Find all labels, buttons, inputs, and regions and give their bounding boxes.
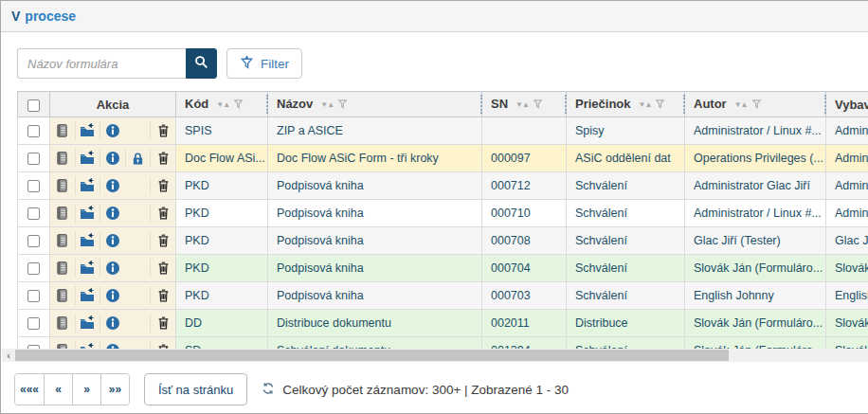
code-cell[interactable]: SPIS xyxy=(176,117,268,145)
code-cell[interactable]: PKD xyxy=(176,227,268,255)
code-cell[interactable]: PKD xyxy=(176,200,268,227)
delete-icon[interactable] xyxy=(150,204,175,223)
name-cell[interactable]: Podpisová kniha xyxy=(268,172,482,200)
folder-cell: Schválení xyxy=(567,282,685,310)
column-filter-icon[interactable] xyxy=(655,99,665,113)
select-all-checkbox[interactable] xyxy=(27,99,40,112)
open-folder-icon[interactable] xyxy=(75,314,100,333)
row-checkbox[interactable] xyxy=(27,317,40,330)
goto-page-button[interactable]: Ísť na stránku xyxy=(144,373,247,405)
delete-icon[interactable] xyxy=(150,231,175,250)
column-header-nazov[interactable]: Názov▼▲ xyxy=(268,92,482,117)
search-button[interactable] xyxy=(186,48,217,79)
open-folder-icon[interactable] xyxy=(75,176,100,195)
scroll-left-arrow-icon[interactable]: ‹ xyxy=(2,349,15,362)
delete-icon[interactable] xyxy=(150,176,175,195)
last-page-button[interactable]: »» xyxy=(100,374,129,405)
form-icon[interactable] xyxy=(50,341,75,349)
open-folder-icon[interactable] xyxy=(75,341,100,349)
delete-icon[interactable] xyxy=(150,286,175,305)
info-icon[interactable] xyxy=(99,286,125,305)
form-icon[interactable] xyxy=(50,231,75,250)
info-icon[interactable] xyxy=(99,314,125,333)
open-folder-icon[interactable] xyxy=(75,286,100,305)
row-checkbox[interactable] xyxy=(27,290,40,302)
row-checkbox[interactable] xyxy=(27,153,40,165)
sort-icons[interactable]: ▼▲ xyxy=(320,100,334,109)
sort-icons[interactable]: ▼▲ xyxy=(734,100,748,109)
form-icon[interactable] xyxy=(50,314,75,333)
name-cell[interactable]: ZIP a ASICE xyxy=(268,117,482,145)
code-cell[interactable]: DD xyxy=(176,310,268,337)
author-cell: Operations Privileges (... xyxy=(685,145,826,172)
scrollbar-thumb[interactable] xyxy=(15,350,729,361)
author-cell: Slovák Ján (Formuláro... xyxy=(685,337,826,350)
column-filter-icon[interactable] xyxy=(337,99,348,113)
column-filter-icon[interactable] xyxy=(233,99,244,113)
next-page-button[interactable]: » xyxy=(72,374,100,405)
horizontal-scrollbar[interactable]: ‹ xyxy=(2,349,868,362)
info-icon[interactable] xyxy=(99,341,125,349)
folder-cell: Spisy xyxy=(567,117,685,145)
row-checkbox[interactable] xyxy=(27,235,40,247)
search-input[interactable] xyxy=(17,48,186,79)
row-checkbox[interactable] xyxy=(27,125,40,137)
name-cell[interactable]: Podpisová kniha xyxy=(268,282,482,310)
name-cell[interactable]: Schválení dokumentu xyxy=(268,337,482,350)
open-folder-icon[interactable] xyxy=(75,259,100,278)
sort-icons[interactable]: ▼▲ xyxy=(216,100,229,109)
info-icon[interactable] xyxy=(99,231,125,250)
sn-cell: 000710 xyxy=(482,200,567,227)
code-cell[interactable]: PKD xyxy=(176,172,268,200)
column-header-priecinok[interactable]: Priečinok▼▲ xyxy=(567,92,685,117)
form-icon[interactable] xyxy=(50,204,75,223)
info-icon[interactable] xyxy=(99,176,125,195)
filter-button[interactable]: Filter xyxy=(226,48,302,79)
code-cell[interactable]: PKD xyxy=(176,255,268,282)
column-filter-icon[interactable] xyxy=(751,99,762,113)
form-icon[interactable] xyxy=(50,286,75,305)
open-folder-icon[interactable] xyxy=(75,204,100,223)
open-folder-icon[interactable] xyxy=(75,121,100,140)
previous-page-button[interactable]: « xyxy=(44,374,72,405)
row-checkbox[interactable] xyxy=(27,262,40,275)
row-checkbox[interactable] xyxy=(27,180,40,192)
header-checkbox-cell xyxy=(18,92,50,117)
sort-icons[interactable]: ▼▲ xyxy=(639,100,652,109)
delete-icon[interactable] xyxy=(150,259,175,278)
code-cell[interactable]: SD xyxy=(176,337,268,350)
row-checkbox[interactable] xyxy=(27,207,40,220)
column-filter-icon[interactable] xyxy=(533,99,543,113)
code-cell[interactable]: Doc Flow ASi... xyxy=(176,145,268,172)
first-page-button[interactable]: ««« xyxy=(15,374,44,405)
info-icon[interactable] xyxy=(99,149,125,168)
column-header-autor[interactable]: Autor▼▲ xyxy=(685,92,826,117)
delete-icon[interactable] xyxy=(150,149,175,168)
folder-cell: Schválení xyxy=(567,337,685,350)
info-icon[interactable] xyxy=(99,204,125,223)
name-cell[interactable]: Podpisová kniha xyxy=(268,227,482,255)
name-cell[interactable]: Podpisová kniha xyxy=(268,200,482,227)
form-icon[interactable] xyxy=(50,176,75,195)
open-folder-icon[interactable] xyxy=(75,149,100,168)
sort-icons[interactable]: ▼▲ xyxy=(515,100,529,109)
refresh-icon[interactable] xyxy=(262,382,275,398)
code-cell[interactable]: PKD xyxy=(176,282,268,310)
form-icon[interactable] xyxy=(50,121,75,140)
column-header-vybav[interactable]: Vybav▼▲ xyxy=(826,92,868,117)
column-label-kod: Kód xyxy=(185,97,208,111)
column-header-sn[interactable]: SN▼▲ xyxy=(482,92,567,117)
form-icon[interactable] xyxy=(50,259,75,278)
delete-icon[interactable] xyxy=(150,341,175,349)
delete-icon[interactable] xyxy=(150,121,175,140)
name-cell[interactable]: Distribuce dokumentu xyxy=(268,310,482,337)
open-folder-icon[interactable] xyxy=(75,231,100,250)
info-icon[interactable] xyxy=(99,259,125,278)
column-header-kod[interactable]: Kód▼▲ xyxy=(176,92,268,117)
lock-icon[interactable] xyxy=(125,149,151,168)
name-cell[interactable]: Podpisová kniha xyxy=(268,255,482,282)
form-icon[interactable] xyxy=(50,149,75,168)
delete-icon[interactable] xyxy=(150,314,175,333)
name-cell[interactable]: Doc Flow ASiC Form - tři kroky xyxy=(268,145,482,172)
info-icon[interactable] xyxy=(99,121,125,140)
